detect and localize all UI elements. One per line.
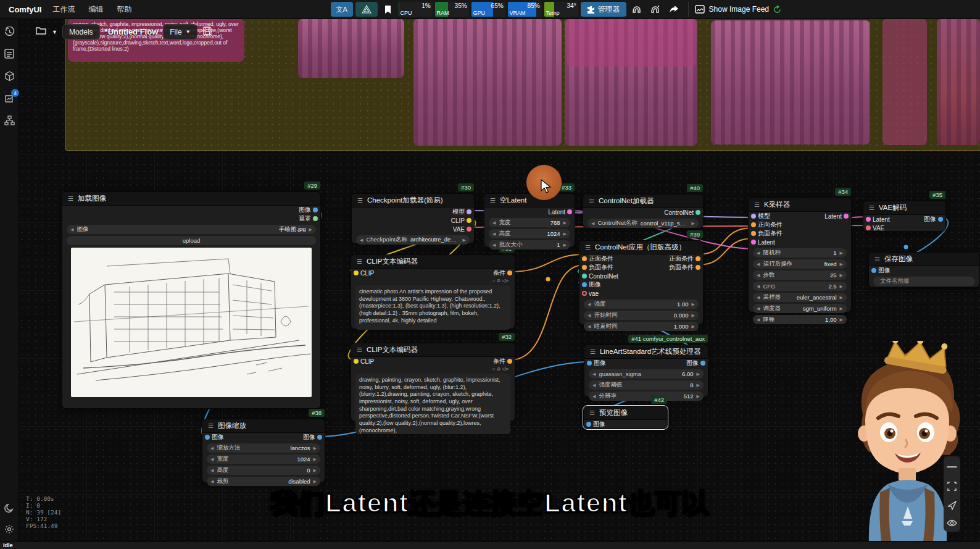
output-port-VAE[interactable] <box>467 227 471 232</box>
output-port-负面条件[interactable] <box>696 265 700 270</box>
decrement-arrow[interactable]: ◀ <box>757 295 760 300</box>
increment-arrow[interactable]: ▶ <box>840 284 843 289</box>
decrement-arrow[interactable]: ◀ <box>591 221 594 226</box>
node-preview[interactable]: #42☰预览图像图像 <box>583 406 668 429</box>
workflows-icon[interactable] <box>4 115 15 126</box>
upload-button[interactable]: upload <box>67 236 316 245</box>
widget-结束时间[interactable]: ◀ 结束时间 1.000 ▶ <box>584 322 699 331</box>
increment-arrow[interactable]: ▶ <box>692 313 695 318</box>
increment-arrow[interactable]: ▶ <box>697 372 700 377</box>
output-port-模型[interactable] <box>467 209 471 214</box>
input-port-正面条件[interactable] <box>582 256 587 261</box>
decrement-arrow[interactable]: ◀ <box>592 372 596 377</box>
widget-分辨率[interactable]: ◀ 分辨率 512 ▶ <box>589 392 704 401</box>
node-menu-icon[interactable]: ☰ <box>589 409 595 416</box>
input-port-负面条件[interactable] <box>582 265 587 270</box>
input-port-Latent[interactable] <box>751 240 756 245</box>
increment-arrow[interactable]: ▶ <box>563 232 567 237</box>
input-port-CLIP[interactable] <box>354 270 359 275</box>
output-port-遮罩[interactable] <box>313 216 318 221</box>
node-title[interactable]: ☰图像缩放 <box>202 419 325 433</box>
widget-随机种[interactable]: ◀ 随机种 1 ▶ <box>753 248 847 258</box>
node-clip_pos[interactable]: #31☰CLIP文本编码器CLIP条件○ ⊘ ◁»cinematic photo… <box>351 254 515 329</box>
history-icon[interactable] <box>4 26 15 37</box>
node-title[interactable]: ☰预览图像 <box>584 406 667 420</box>
increment-arrow[interactable]: ▶ <box>309 227 312 232</box>
output-port-Latent[interactable] <box>567 209 572 214</box>
output-port-条件[interactable] <box>507 359 512 364</box>
widget-ControlNet名称[interactable]: ◀ ControlNet名称 control_v11p_sd15_lineart… <box>588 219 699 228</box>
theme-moon-icon[interactable] <box>4 503 15 514</box>
decrement-arrow[interactable]: ◀ <box>588 324 591 329</box>
widget-批次大小[interactable]: ◀ 批次大小 1 ▶ <box>489 240 570 249</box>
node-empty_latent[interactable]: #33☰空LatentLatent◀ 宽度 768 ▶◀ 高度 1024 ▶◀ … <box>484 193 575 248</box>
decrement-arrow[interactable]: ◀ <box>70 227 73 232</box>
increment-arrow[interactable]: ▶ <box>692 302 695 307</box>
increment-arrow[interactable]: ▶ <box>840 306 843 311</box>
node-save_image[interactable]: ☰保存图像图像文件名前缀 <box>868 252 980 288</box>
widget-强度阈值[interactable]: ◀ 强度阈值 8 ▶ <box>589 380 704 390</box>
widget-CFG[interactable]: ◀ CFG 2.5 ▶ <box>753 282 847 291</box>
decrement-arrow[interactable]: ◀ <box>210 457 214 462</box>
decrement-arrow[interactable]: ◀ <box>757 262 760 267</box>
output-port-条件[interactable] <box>507 270 512 275</box>
model-library-icon[interactable] <box>4 70 15 82</box>
widget-裁剪[interactable]: ◀ 裁剪 disabled ▶ <box>207 477 320 486</box>
widget-降噪[interactable]: ◀ 降噪 1.00 ▶ <box>753 315 847 324</box>
input-port-图像[interactable] <box>586 422 591 427</box>
prompt-textarea[interactable]: cinematic photo An artist's impression o… <box>355 285 510 330</box>
translate-button[interactable]: 文A <box>331 2 353 17</box>
increment-arrow[interactable]: ▶ <box>314 446 317 451</box>
node-title[interactable]: ☰ControlNet应用（旧版高级） <box>579 241 703 254</box>
input-port-正向条件[interactable] <box>751 222 756 227</box>
decrement-arrow[interactable]: ◀ <box>492 243 496 248</box>
widget-Checkpoint名称[interactable]: ◀ Checkpoint名称 architecutre_design线稿-Yua… <box>356 235 470 245</box>
increment-arrow[interactable]: ▶ <box>314 468 317 473</box>
widget-开始时间[interactable]: ◀ 开始时间 0.000 ▶ <box>584 311 699 320</box>
node-menu-icon[interactable]: ☰ <box>68 195 73 202</box>
manager-button[interactable]: 管理器 <box>581 2 626 17</box>
widget-采样器[interactable]: ◀ 采样器 euler_ancestral ▶ <box>753 293 847 302</box>
widget-运行后操作[interactable]: ◀ 运行后操作 fixed ▶ <box>753 259 847 269</box>
input-port-CLIP[interactable] <box>354 359 359 364</box>
decrement-arrow[interactable]: ◀ <box>592 394 596 399</box>
chevron-down-icon[interactable]: ▼ <box>52 29 57 35</box>
select-cursor-icon[interactable] <box>947 501 957 510</box>
node-menu-icon[interactable]: ☰ <box>585 244 591 251</box>
settings-gear-icon[interactable] <box>4 524 15 535</box>
decrement-arrow[interactable]: ◀ <box>492 232 496 237</box>
increment-arrow[interactable]: ▶ <box>314 479 317 484</box>
output-port-Latent[interactable] <box>844 214 849 219</box>
input-port-图像[interactable] <box>871 268 876 273</box>
increment-arrow[interactable]: ▶ <box>463 238 466 243</box>
decrement-arrow[interactable]: ◀ <box>588 302 591 307</box>
node-title[interactable]: ☰Checkpoint加载器(简易) <box>352 194 474 207</box>
decrement-arrow[interactable]: ◀ <box>757 306 760 311</box>
increment-arrow[interactable]: ▶ <box>840 295 843 300</box>
widget-调度器[interactable]: ◀ 调度器 sgm_uniform ▶ <box>753 304 847 313</box>
increment-arrow[interactable]: ▶ <box>563 220 567 225</box>
decrement-arrow[interactable]: ◀ <box>210 446 214 451</box>
node-image_scale[interactable]: #38☰图像缩放图像图像◀ 缩放方法 lanczos ▶◀ 宽度 1024 ▶◀… <box>202 419 325 483</box>
node-title[interactable]: ☰VAE解码 <box>863 201 945 215</box>
save-icon[interactable] <box>202 26 212 38</box>
decrement-arrow[interactable]: ◀ <box>757 251 760 256</box>
input-port-图像[interactable] <box>587 361 592 366</box>
input-port-负面条件[interactable] <box>751 231 756 236</box>
widget-高度[interactable]: ◀ 高度 1024 ▶ <box>489 229 570 238</box>
node-title[interactable]: ☰CLIP文本编码器 <box>351 255 515 269</box>
widget-高度[interactable]: ◀ 高度 0 ▶ <box>207 466 320 475</box>
file-menu-button[interactable]: File ▼ <box>163 24 197 40</box>
widget-宽度[interactable]: ◀ 宽度 768 ▶ <box>489 218 570 227</box>
minimize-icon[interactable]: — <box>947 461 957 472</box>
clean-vram-used-icon[interactable] <box>647 2 663 17</box>
decrement-arrow[interactable]: ◀ <box>210 479 214 484</box>
increment-arrow[interactable]: ▶ <box>692 221 695 226</box>
increment-arrow[interactable]: ▶ <box>840 317 843 322</box>
node-ksampler[interactable]: #34☰K采样器模型Latent正向条件负面条件Latent◀ 随机种 1 ▶◀… <box>748 198 852 312</box>
decrement-arrow[interactable]: ◀ <box>588 313 591 318</box>
node-title[interactable]: ☰LineArtStandard艺术线预处理器 <box>584 345 708 359</box>
node-clip_neg[interactable]: #32☰CLIP文本编码器CLIP条件○ ⊘ ◁»drawing, painti… <box>351 343 515 422</box>
increment-arrow[interactable]: ▶ <box>692 324 695 329</box>
input-port-图像[interactable] <box>205 435 210 440</box>
